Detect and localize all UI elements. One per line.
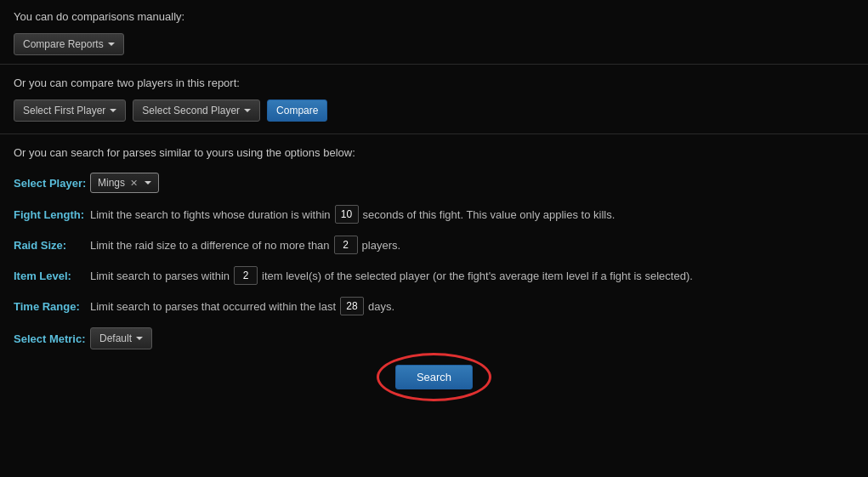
- first-player-caret-icon: [110, 109, 116, 112]
- time-range-row: Time Range: Limit search to parses that …: [14, 297, 854, 315]
- player-selector-button[interactable]: Mings ✕: [90, 173, 159, 193]
- time-range-text-after: days.: [368, 300, 394, 313]
- manual-compare-title: You can do comparisons manually:: [14, 10, 854, 23]
- manual-compare-section: You can do comparisons manually: Compare…: [0, 0, 868, 64]
- item-level-text-after: item level(s) of the selected player (or…: [262, 270, 693, 282]
- select-player-row: Select Player: Mings ✕: [14, 173, 854, 193]
- search-circle-highlight: Search: [395, 365, 473, 389]
- search-button[interactable]: Search: [395, 365, 473, 389]
- raid-size-input[interactable]: 2: [334, 236, 358, 254]
- parse-search-title: Or you can search for parses similar to …: [14, 146, 854, 159]
- fight-length-text-before: Limit the search to fights whose duratio…: [90, 208, 331, 221]
- select-player-content: Mings ✕: [90, 173, 854, 193]
- player-compare-title: Or you can compare two players in this r…: [14, 77, 854, 89]
- first-player-button[interactable]: Select First Player: [14, 99, 126, 122]
- compare-button[interactable]: Compare: [267, 99, 327, 122]
- second-player-button[interactable]: Select Second Player: [133, 99, 260, 122]
- raid-size-text-after: players.: [362, 239, 401, 252]
- fight-length-row: Fight Length: Limit the search to fights…: [14, 205, 854, 224]
- time-range-text-before: Limit search to parses that occurred wit…: [90, 300, 336, 313]
- player-selector-caret-icon: [145, 181, 151, 185]
- metric-value: Default: [99, 332, 132, 344]
- search-button-label: Search: [417, 371, 451, 383]
- time-range-input[interactable]: 28: [340, 297, 364, 315]
- select-metric-content: Default: [90, 327, 854, 349]
- search-button-wrapper: Search: [14, 365, 854, 389]
- item-level-input[interactable]: 2: [234, 266, 258, 285]
- select-player-label: Select Player:: [14, 177, 90, 190]
- select-metric-label: Select Metric:: [14, 332, 90, 345]
- selected-player-name: Mings: [98, 177, 125, 189]
- fight-length-label: Fight Length:: [14, 208, 90, 221]
- raid-size-label: Raid Size:: [14, 239, 90, 252]
- raid-size-text-before: Limit the raid size to a difference of n…: [90, 239, 330, 252]
- fight-length-content: Limit the search to fights whose duratio…: [90, 205, 854, 224]
- first-player-label: Select First Player: [23, 105, 105, 116]
- player-compare-section: Or you can compare two players in this r…: [0, 65, 868, 134]
- compare-reports-label: Compare Reports: [23, 38, 104, 50]
- compare-button-label: Compare: [276, 105, 318, 116]
- compare-reports-caret-icon: [108, 43, 115, 46]
- item-level-text-before: Limit search to parses within: [90, 270, 230, 282]
- metric-selector-button[interactable]: Default: [90, 327, 152, 349]
- time-range-label: Time Range:: [14, 300, 90, 313]
- item-level-row: Item Level: Limit search to parses withi…: [14, 266, 854, 285]
- item-level-label: Item Level:: [14, 270, 90, 282]
- second-player-caret-icon: [244, 109, 251, 112]
- compare-controls-row: Select First Player Select Second Player…: [14, 99, 854, 122]
- raid-size-content: Limit the raid size to a difference of n…: [90, 236, 854, 254]
- raid-size-row: Raid Size: Limit the raid size to a diff…: [14, 236, 854, 254]
- metric-caret-icon: [136, 337, 143, 340]
- remove-player-icon[interactable]: ✕: [130, 178, 138, 189]
- item-level-content: Limit search to parses within 2 item lev…: [90, 266, 854, 285]
- compare-reports-button[interactable]: Compare Reports: [14, 33, 124, 55]
- second-player-label: Select Second Player: [142, 105, 240, 116]
- select-metric-row: Select Metric: Default: [14, 327, 854, 349]
- time-range-content: Limit search to parses that occurred wit…: [90, 297, 854, 315]
- parse-search-section: Or you can search for parses similar to …: [0, 134, 868, 406]
- fight-length-text-after: seconds of this fight. This value only a…: [363, 208, 616, 221]
- fight-length-input[interactable]: 10: [335, 205, 359, 224]
